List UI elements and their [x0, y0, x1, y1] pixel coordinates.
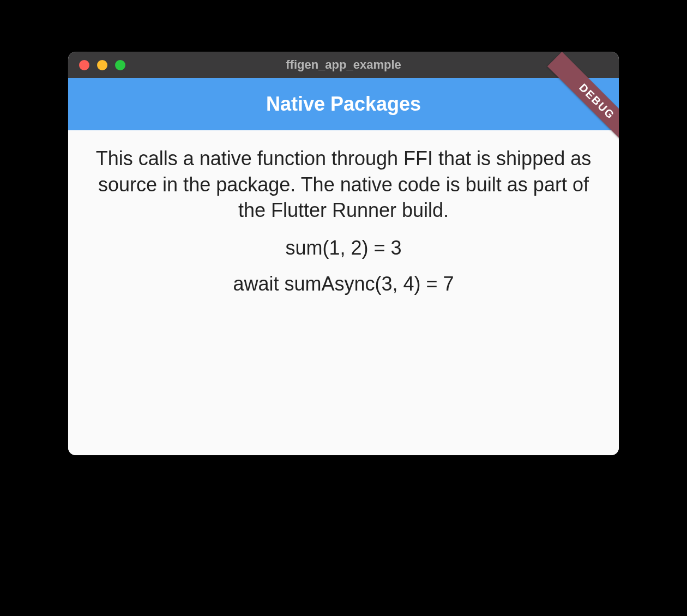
description-text: This calls a native function through FFI… — [83, 146, 604, 224]
maximize-icon[interactable] — [115, 60, 125, 70]
window-controls — [79, 60, 125, 70]
titlebar: ffigen_app_example — [68, 52, 619, 78]
sum-result-text: sum(1, 2) = 3 — [285, 237, 401, 259]
close-icon[interactable] — [79, 60, 89, 70]
sum-async-result-text: await sumAsync(3, 4) = 7 — [233, 273, 454, 295]
app-bar: Native Packages — [68, 78, 619, 130]
content-area: This calls a native function through FFI… — [68, 130, 619, 455]
app-bar-title: Native Packages — [266, 93, 421, 116]
minimize-icon[interactable] — [97, 60, 107, 70]
app-window: ffigen_app_example Native Packages This … — [68, 52, 619, 455]
window-title: ffigen_app_example — [286, 58, 401, 72]
